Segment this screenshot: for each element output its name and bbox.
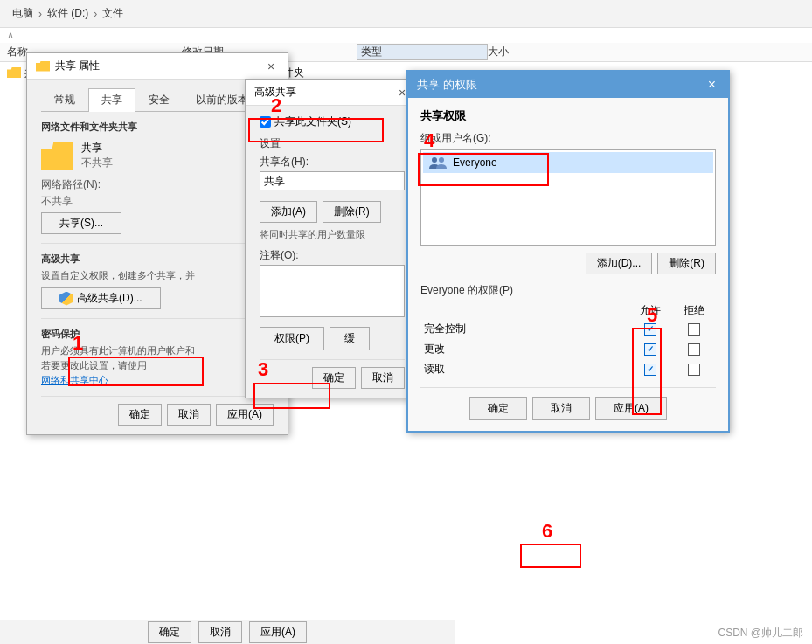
permissions-btn[interactable]: 权限(P) [260,327,324,350]
perm-change-label: 更改 [424,342,628,357]
everyone-perm-title: Everyone 的权限(P) [420,283,716,298]
add-share-btn[interactable]: 添加(A) [260,201,317,223]
share-name-field-label: 共享名(H): [260,155,405,170]
limit-text: 将同时共享的用户数量限 [260,228,405,241]
property-dialog-titlebar: 共享 属性 × [27,53,288,80]
perm-full-label: 完全控制 [424,322,628,336]
breadcrumb-folder[interactable]: 文件 [99,6,127,21]
perm-table-header: 允许 拒绝 [420,303,716,318]
explorer-cancel-btn[interactable]: 取消 [198,621,242,643]
perm-change-deny-checkbox[interactable] [688,343,700,356]
settings-section-label: 设置 [260,136,405,151]
comment-label: 注释(O): [260,248,405,263]
tab-general[interactable]: 常规 [41,88,88,111]
advanced-section-title: 高级共享 [41,253,274,266]
property-ok-btn[interactable]: 确定 [118,404,162,426]
share-folder-checkbox[interactable] [260,116,271,128]
advanced-bottom-buttons: 确定 取消 [260,359,405,389]
svg-point-1 [439,157,444,163]
perm-full-allow-cell [628,323,672,336]
breadcrumb-pc[interactable]: 电脑 [9,6,37,21]
svg-point-0 [432,157,437,163]
share-name-display: 共享 [81,141,113,156]
permissions-close-btn[interactable]: × [704,77,719,93]
advanced-dialog-content: 共享此文件夹(S) 设置 共享名(H): 添加(A) 删除(R) 将同时共享的用… [246,106,419,398]
perm-full-deny-checkbox[interactable] [688,323,700,336]
perm-row-full: 完全控制 [420,322,716,336]
share-folder-checkbox-label: 共享此文件夹(S) [274,114,351,129]
advanced-ok-btn[interactable]: 确定 [312,367,356,389]
watermark: CSDN @帅儿二郎 [718,626,803,641]
property-cancel-btn[interactable]: 取消 [167,404,211,426]
col-type[interactable]: 类型 [357,44,488,60]
explorer-ok-btn[interactable]: 确定 [148,621,191,643]
folder-icon [7,67,21,78]
comment-textarea[interactable] [260,265,405,317]
permissions-titlebar: 共享 的权限 × [408,72,728,98]
explorer-apply-btn[interactable]: 应用(A) [249,621,307,643]
perm-full-deny-cell [672,323,716,336]
property-bottom-buttons: 确定 取消 应用(A) [41,396,274,426]
perm-read-allow-checkbox[interactable] [644,364,656,376]
user-list: Everyone [420,149,716,246]
perm-ok-btn[interactable]: 确定 [469,397,527,420]
sort-indicator: ∧ [0,28,812,43]
password-desc2: 若要更改此设置，请使用 [41,359,274,372]
tab-share[interactable]: 共享 [88,88,135,112]
property-apply-btn[interactable]: 应用(A) [216,404,274,426]
advanced-share-btn[interactable]: 高级共享(D)... [41,287,161,309]
password-desc1: 用户必须具有此计算机的用户帐户和 [41,344,274,357]
perm-row-change: 更改 [420,342,716,357]
share-folder-checkbox-row: 共享此文件夹(S) [260,114,405,129]
network-path-row: 网络路径(N): 不共享 [41,177,274,209]
perm-apply-btn[interactable]: 应用(A) [595,397,667,420]
permissions-content: 共享权限 组或用户名(G): Everyone 添加(D)... 删除(R) E… [408,98,728,431]
perm-cancel-btn[interactable]: 取消 [532,397,590,420]
remove-share-btn[interactable]: 删除(R) [323,201,381,223]
perm-read-allow-cell [628,364,672,376]
share-status-row: 共享 不共享 [41,141,274,170]
share-btn[interactable]: 共享(S)... [41,212,121,234]
caching-btn[interactable]: 缓 [330,327,370,350]
property-folder-icon [36,61,50,72]
perm-deny-header: 拒绝 [672,303,716,318]
group-users-label: 组或用户名(G): [420,131,716,146]
perm-allow-header: 允许 [628,303,672,318]
permissions-dialog: 共享 的权限 × 共享权限 组或用户名(G): Everyone 添加(D)..… [406,70,730,433]
share-status-display: 不共享 [81,156,113,170]
network-path-label: 网络路径(N): [41,177,274,192]
share-permissions-title: 共享权限 [420,108,716,124]
network-center-link[interactable]: 网络和共享中心 [41,375,108,385]
share-info: 共享 不共享 [81,141,113,170]
perm-read-deny-cell [672,364,716,376]
perm-change-allow-checkbox[interactable] [644,343,656,356]
property-title-text: 共享 属性 [36,59,100,73]
tab-security[interactable]: 安全 [135,88,183,111]
col-size[interactable]: 大小 [488,45,575,59]
advanced-desc: 设置自定义权限，创建多个共享，并 [41,269,274,282]
network-section-title: 网络文件和文件夹共享 [41,121,274,134]
add-user-btn[interactable]: 添加(D)... [586,253,653,274]
everyone-user-row[interactable]: Everyone [423,152,713,173]
sep1: › [37,8,44,20]
add-remove-buttons: 添加(A) 删除(R) [260,201,405,223]
folder-large-icon [41,142,73,170]
perm-change-deny-cell [672,343,716,356]
perm-cache-buttons: 权限(P) 缓 [260,327,405,350]
advanced-cancel-btn[interactable]: 取消 [361,367,405,389]
breadcrumb-drive[interactable]: 软件 (D:) [44,6,92,21]
perm-full-allow-checkbox[interactable] [644,323,656,336]
tab-bar: 常规 共享 安全 以前的版本 [41,88,274,112]
advanced-dialog-title: 高级共享 [254,85,296,100]
property-close-btn[interactable]: × [263,59,279,74]
password-section-title: 密码保护 [41,328,274,341]
sep2: › [92,8,99,20]
divider2 [41,318,274,319]
advanced-share-dialog: 高级共享 × 共享此文件夹(S) 设置 共享名(H): 添加(A) 删除(R) … [245,79,420,398]
perm-read-deny-checkbox[interactable] [688,364,700,376]
remove-user-btn[interactable]: 删除(R) [657,253,716,274]
share-name-input[interactable] [260,171,405,190]
network-path-value: 不共享 [41,194,274,209]
perm-read-label: 读取 [424,362,628,377]
perm-name-header [424,303,628,318]
